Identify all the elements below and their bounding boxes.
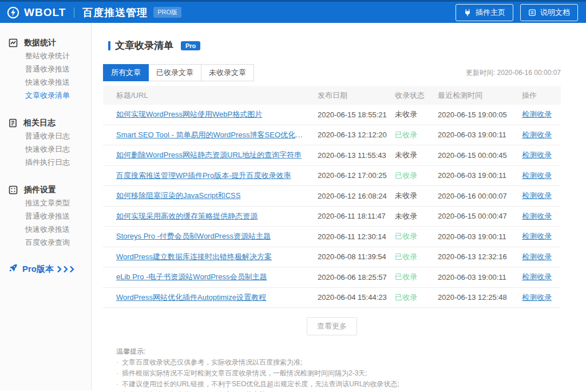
sidebar-item-normal-log[interactable]: 普通收录日志	[0, 129, 91, 142]
status-cell: 已收录	[395, 171, 438, 181]
publish-date-cell: 2020-06-15 18:55:21	[318, 110, 395, 119]
load-more-button[interactable]: 查看更多	[307, 317, 357, 335]
table-row: 如何实现采用高效的缓存策略提供静态资源 2020-06-11 18:11:47 …	[103, 207, 561, 227]
col-checked-time: 最近检测时间	[438, 90, 522, 101]
sidebar-section-settings-title: 插件设置	[0, 183, 91, 196]
section-title-label: 数据统计	[24, 38, 56, 48]
checked-time-cell: 2020-06-03 19:00:11	[438, 232, 522, 241]
sidebar-item-post-types[interactable]: 推送文章类型	[0, 196, 91, 209]
plugin-home-button[interactable]: 插件主页	[456, 4, 513, 21]
table-row: WordPress网站优化插件Autoptimize设置教程 2020-06-0…	[103, 288, 561, 308]
article-title-link[interactable]: Storeys Pro -付费会员制WordPress资源站主题	[116, 231, 318, 241]
table-header-row: 标题/URL 发布日期 收录状态 最近检测时间 操作	[103, 86, 561, 105]
rocket-icon	[9, 263, 18, 275]
table-row: 百度搜索推送管理WP插件Pro版本-提升百度收录效率 2020-06-12 17…	[103, 166, 561, 187]
check-inclusion-link[interactable]: 检测收录	[522, 171, 561, 181]
col-title-url: 标题/URL	[116, 90, 318, 101]
tab-all-articles[interactable]: 所有文章	[103, 64, 149, 81]
status-cell: 未收录	[395, 191, 438, 201]
article-title-link[interactable]: 如何移除阻塞渲染的JavaScript和CSS	[116, 191, 318, 201]
check-inclusion-link[interactable]: 检测收录	[522, 272, 561, 282]
checked-time-cell: 2020-06-13 12:32:16	[438, 252, 522, 261]
section-title-label: 相关日志	[23, 118, 56, 128]
sidebar-section-stats-title: 数据统计	[0, 36, 91, 49]
article-title-link[interactable]: Smart SEO Tool - 简单易用的WordPress博客SEO优化插件	[116, 130, 318, 140]
col-actions: 操作	[522, 90, 561, 101]
checked-time-cell: 2020-06-03 19:00:11	[438, 130, 522, 139]
docs-label: 说明文档	[540, 7, 570, 18]
sidebar-item-article-list[interactable]: 文章收录清单	[0, 89, 91, 102]
article-title-link[interactable]: 如何删除WordPress网站静态资源URL地址的查询字符串	[116, 150, 318, 160]
log-icon	[9, 118, 17, 128]
sidebar: 数据统计 整站收录统计 普通收录推送 快速收录推送 文章收录清单 相关日志 普通…	[0, 23, 92, 390]
checked-time-cell: 2020-06-15 00:00:47	[438, 212, 522, 220]
sidebar-section-stats: 数据统计 整站收录统计 普通收录推送 快速收录推送 文章收录清单	[0, 36, 91, 102]
status-cell: 未收录	[395, 150, 438, 160]
publish-date-cell: 2020-06-06 18:25:57	[318, 273, 395, 282]
sidebar-pro-version[interactable]: Pro版本	[0, 263, 91, 275]
title-accent-bar	[108, 41, 110, 50]
tips-section: 温馨提示: 文章百度收录状态仅供参考，实际收录情况以百度搜索为准; 插件根据实际…	[103, 346, 561, 392]
checked-time-cell: 2020-06-15 19:00:05	[438, 110, 522, 119]
update-time: 更新时间: 2020-06-16 00:00:07	[466, 68, 561, 78]
sidebar-item-baidu-query[interactable]: 百度收录查询	[0, 236, 91, 249]
status-cell: 已收录	[395, 130, 438, 140]
sidebar-section-logs: 相关日志 普通收录日志 快速收录日志 插件执行日志	[0, 116, 91, 169]
status-cell: 未收录	[395, 109, 438, 120]
table-row: Smart SEO Tool - 简单易用的WordPress博客SEO优化插件…	[103, 125, 561, 146]
pro-version-label: Pro版本	[22, 264, 54, 275]
chevrons-right-icon	[57, 266, 76, 273]
header-divider	[74, 7, 74, 18]
article-title-link[interactable]: 如何实现WordPress网站使用WebP格式图片	[116, 109, 318, 120]
sidebar-item-normal-push-setting[interactable]: 普通收录推送	[0, 209, 91, 223]
col-publish-date: 发布日期	[318, 90, 395, 101]
sidebar-section-logs-title: 相关日志	[0, 116, 91, 129]
sidebar-item-site-stats[interactable]: 整站收录统计	[0, 49, 91, 62]
check-inclusion-link[interactable]: 检测收录	[522, 191, 561, 201]
article-title-link[interactable]: 百度搜索推送管理WP插件Pro版本-提升百度收录效率	[116, 171, 318, 181]
article-title-link[interactable]: WordPress网站优化插件Autoptimize设置教程	[116, 292, 318, 303]
checked-time-cell: 2020-06-03 19:00:11	[438, 273, 522, 282]
tip-item: 不建议使用过长的URL链接，不利于SEO优化且超出规定长度，无法查询该URL的收…	[116, 379, 561, 390]
check-inclusion-link[interactable]: 检测收录	[522, 150, 561, 160]
article-title-link[interactable]: WordPress建立数据库连接时出错终极解决方案	[116, 252, 318, 262]
publish-date-cell: 2020-06-12 17:00:25	[318, 171, 395, 180]
publish-date-cell: 2020-06-13 11:55:43	[318, 151, 395, 160]
tips-title: 温馨提示:	[116, 346, 561, 357]
section-title-label: 插件设置	[24, 185, 56, 195]
table-row: 如何实现WordPress网站使用WebP格式图片 2020-06-15 18:…	[103, 105, 561, 125]
brand-name: WBOLT	[24, 6, 66, 19]
article-title-link[interactable]: 如何实现采用高效的缓存策略提供静态资源	[116, 211, 318, 221]
brand-logo[interactable]: WBOLT	[7, 6, 66, 19]
pro-feature-badge: Pro	[181, 41, 200, 50]
status-cell: 已收录	[395, 292, 438, 303]
check-inclusion-link[interactable]: 检测收录	[522, 231, 561, 241]
col-status: 收录状态	[395, 90, 438, 101]
docs-button[interactable]: 说明文档	[520, 4, 578, 21]
article-title-link[interactable]: eLib Pro -电子书资源站WordPress会员制主题	[116, 272, 318, 282]
table-row: 如何删除WordPress网站静态资源URL地址的查询字符串 2020-06-1…	[103, 145, 561, 166]
plugin-home-label: 插件主页	[476, 7, 505, 18]
sidebar-item-plugin-log[interactable]: 插件执行日志	[0, 156, 91, 169]
settings-grid-icon	[9, 185, 18, 195]
publish-date-cell: 2020-06-13 12:12:20	[318, 130, 395, 139]
status-cell: 已收录	[395, 252, 438, 262]
chart-icon	[9, 38, 18, 47]
check-inclusion-link[interactable]: 检测收录	[522, 109, 561, 120]
status-cell: 未收录	[395, 211, 438, 221]
check-inclusion-link[interactable]: 检测收录	[522, 292, 561, 303]
check-inclusion-link[interactable]: 检测收录	[522, 211, 561, 221]
table-row: 如何移除阻塞渲染的JavaScript和CSS 2020-06-12 16:08…	[103, 186, 561, 207]
check-inclusion-link[interactable]: 检测收录	[522, 252, 561, 262]
page-title: 文章收录清单	[115, 39, 173, 52]
check-inclusion-link[interactable]: 检测收录	[522, 130, 561, 140]
sidebar-item-fast-push[interactable]: 快速收录推送	[0, 76, 91, 89]
sidebar-item-fast-push-setting[interactable]: 快速收录推送	[0, 223, 91, 236]
checked-time-cell: 2020-06-16 00:00:07	[438, 192, 522, 200]
tab-included-articles[interactable]: 已收录文章	[148, 64, 201, 81]
sidebar-item-fast-log[interactable]: 快速收录日志	[0, 142, 91, 156]
tip-item: 插件根据实际情况不定时检测文章百度收录情况，一般情况检测时间间隔为2-3天;	[116, 368, 561, 379]
sidebar-item-normal-push[interactable]: 普通收录推送	[0, 62, 91, 76]
tab-not-included-articles[interactable]: 未收录文章	[201, 64, 254, 81]
sidebar-section-settings: 插件设置 推送文章类型 普通收录推送 快速收录推送 百度收录查询	[0, 183, 91, 249]
